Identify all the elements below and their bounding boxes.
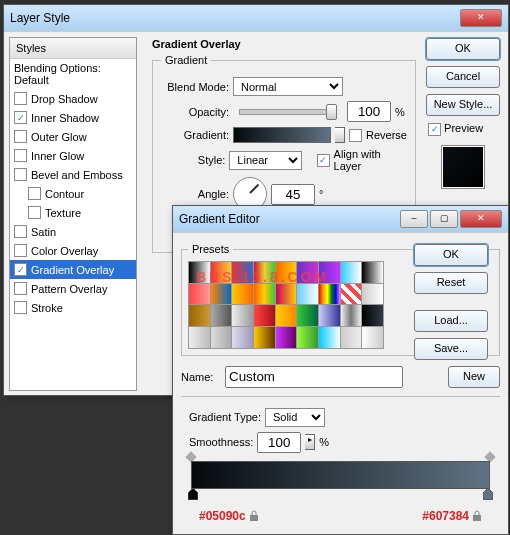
preset-swatch[interactable] (211, 305, 232, 326)
blend-mode-select[interactable]: Normal (233, 77, 343, 96)
new-style-button[interactable]: New Style... (426, 94, 500, 116)
color-stop-left[interactable] (188, 488, 198, 500)
angle-input[interactable] (271, 184, 315, 205)
style-checkbox[interactable] (14, 92, 27, 105)
reverse-checkbox[interactable] (349, 129, 362, 142)
smoothness-input[interactable] (257, 432, 301, 453)
minimize-icon[interactable]: – (400, 210, 428, 228)
smoothness-menu-icon[interactable]: ▸ (305, 434, 315, 450)
style-checkbox[interactable] (28, 187, 41, 200)
preset-swatch[interactable] (189, 262, 210, 283)
preset-swatch[interactable] (254, 284, 275, 305)
ok-button[interactable]: OK (414, 244, 488, 266)
style-item-texture[interactable]: Texture (10, 203, 136, 222)
style-checkbox[interactable]: ✓ (14, 111, 27, 124)
ok-button[interactable]: OK (426, 38, 500, 60)
style-checkbox[interactable] (14, 282, 27, 295)
gradient-type-select[interactable]: Solid (265, 408, 325, 427)
preset-swatch[interactable] (189, 327, 210, 348)
maximize-icon[interactable]: ▢ (430, 210, 458, 228)
preset-swatch[interactable] (297, 284, 318, 305)
preset-swatch[interactable] (341, 327, 362, 348)
preset-swatch[interactable] (276, 305, 297, 326)
preset-swatch[interactable] (254, 305, 275, 326)
preset-swatch[interactable] (276, 262, 297, 283)
gradient-editor-titlebar[interactable]: Gradient Editor – ▢ ✕ (173, 206, 508, 233)
preset-swatch[interactable] (319, 327, 340, 348)
preset-swatch[interactable] (189, 305, 210, 326)
style-item-inner-glow[interactable]: Inner Glow (10, 146, 136, 165)
preset-swatch[interactable] (341, 305, 362, 326)
style-item-outer-glow[interactable]: Outer Glow (10, 127, 136, 146)
style-item-inner-shadow[interactable]: ✓Inner Shadow (10, 108, 136, 127)
gradient-legend: Gradient (161, 54, 211, 66)
preset-swatch[interactable] (362, 262, 383, 283)
gradient-type-label: Gradient Type: (189, 411, 261, 423)
style-checkbox[interactable] (14, 225, 27, 238)
align-checkbox[interactable]: ✓ (317, 154, 329, 167)
style-item-contour[interactable]: Contour (10, 184, 136, 203)
preview-checkbox[interactable]: ✓ (428, 123, 441, 136)
opacity-input[interactable] (347, 101, 391, 122)
style-checkbox[interactable] (28, 206, 41, 219)
preset-swatch[interactable] (341, 262, 362, 283)
style-item-bevel-and-emboss[interactable]: Bevel and Emboss (10, 165, 136, 184)
name-label: Name: (181, 371, 221, 383)
load-button[interactable]: Load... (414, 310, 488, 332)
style-checkbox[interactable] (14, 130, 27, 143)
preset-swatch[interactable] (319, 284, 340, 305)
close-icon[interactable]: ✕ (460, 210, 502, 228)
style-item-drop-shadow[interactable]: Drop Shadow (10, 89, 136, 108)
gradient-bar[interactable] (191, 461, 490, 489)
preset-swatch[interactable] (319, 262, 340, 283)
preset-swatch[interactable] (232, 284, 253, 305)
layer-style-titlebar[interactable]: Layer Style ✕ (4, 5, 508, 32)
close-icon[interactable]: ✕ (460, 9, 502, 27)
svg-rect-1 (473, 515, 481, 521)
preset-swatch[interactable] (211, 327, 232, 348)
smoothness-label: Smoothness: (189, 436, 253, 448)
preset-swatch[interactable] (362, 284, 383, 305)
blending-options-item[interactable]: Blending Options: Default (10, 59, 136, 89)
style-item-satin[interactable]: Satin (10, 222, 136, 241)
preset-swatch[interactable] (341, 284, 362, 305)
style-checkbox[interactable] (14, 149, 27, 162)
preset-swatch[interactable] (276, 327, 297, 348)
style-checkbox[interactable] (14, 301, 27, 314)
style-item-stroke[interactable]: Stroke (10, 298, 136, 317)
preset-swatch[interactable] (211, 262, 232, 283)
gradient-dropdown-icon[interactable] (335, 127, 345, 143)
styles-column: Styles Blending Options: Default Drop Sh… (9, 37, 137, 391)
preset-swatch[interactable] (232, 327, 253, 348)
preset-swatch[interactable] (362, 327, 383, 348)
preset-swatch[interactable] (319, 305, 340, 326)
preset-swatch[interactable] (211, 284, 232, 305)
gradient-picker[interactable] (233, 127, 331, 143)
preset-swatch[interactable] (362, 305, 383, 326)
styles-header[interactable]: Styles (10, 38, 136, 59)
preset-swatch[interactable] (254, 327, 275, 348)
preset-swatch[interactable] (189, 284, 210, 305)
style-item-pattern-overlay[interactable]: Pattern Overlay (10, 279, 136, 298)
preset-swatch[interactable] (297, 262, 318, 283)
reverse-label: Reverse (366, 129, 407, 141)
style-item-gradient-overlay[interactable]: ✓Gradient Overlay (10, 260, 136, 279)
preset-swatch[interactable] (254, 262, 275, 283)
new-button[interactable]: New (448, 366, 500, 388)
style-checkbox[interactable] (14, 168, 27, 181)
style-item-color-overlay[interactable]: Color Overlay (10, 241, 136, 260)
preset-swatch[interactable] (297, 305, 318, 326)
preset-swatch[interactable] (232, 305, 253, 326)
opacity-slider[interactable] (239, 109, 337, 115)
preset-swatch[interactable] (232, 262, 253, 283)
color-stop-right[interactable] (483, 488, 493, 500)
style-checkbox[interactable] (14, 244, 27, 257)
style-checkbox[interactable]: ✓ (14, 263, 27, 276)
style-select[interactable]: Linear (229, 151, 301, 170)
name-input[interactable] (225, 366, 403, 388)
reset-button[interactable]: Reset (414, 272, 488, 294)
save-button[interactable]: Save... (414, 338, 488, 360)
preset-swatch[interactable] (276, 284, 297, 305)
preset-swatch[interactable] (297, 327, 318, 348)
cancel-button[interactable]: Cancel (426, 66, 500, 88)
